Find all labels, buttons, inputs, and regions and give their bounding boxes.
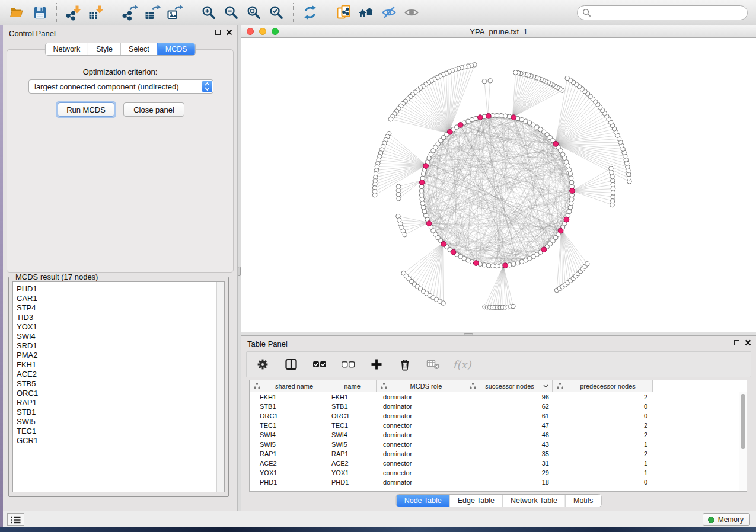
- table-cell[interactable]: PHD1: [250, 477, 328, 487]
- table-cell[interactable]: 2: [553, 392, 653, 402]
- import-network-button[interactable]: [63, 2, 84, 23]
- mcds-result-item[interactable]: STB1: [17, 408, 224, 417]
- new-network-from-file-button[interactable]: [334, 2, 354, 23]
- export-network-button[interactable]: [120, 2, 140, 23]
- table-cell[interactable]: STB1: [328, 402, 377, 411]
- table-cell[interactable]: 0: [553, 411, 653, 421]
- mcds-result-item[interactable]: SWI5: [17, 417, 224, 427]
- table-row[interactable]: STB1STB1dominator620: [250, 402, 747, 411]
- network-canvas[interactable]: [241, 38, 756, 332]
- table-cell[interactable]: SWI5: [250, 440, 328, 449]
- column-header-name[interactable]: name: [328, 380, 377, 392]
- maximize-window-icon[interactable]: [272, 28, 279, 35]
- mcds-result-item[interactable]: TID3: [17, 313, 224, 322]
- table-cell[interactable]: TEC1: [250, 421, 328, 430]
- deselect-all-button[interactable]: [340, 357, 356, 372]
- table-scrollbar-thumb[interactable]: [741, 394, 745, 449]
- mcds-node[interactable]: [564, 217, 569, 222]
- table-cell[interactable]: 0: [553, 477, 653, 487]
- table-cell[interactable]: 46: [465, 430, 553, 440]
- mcds-result-item[interactable]: TEC1: [17, 427, 224, 436]
- tab-style[interactable]: Style: [88, 43, 120, 55]
- mcds-node[interactable]: [426, 221, 432, 226]
- table-cell[interactable]: 29: [465, 468, 553, 477]
- mcds-result-item[interactable]: ORC1: [17, 389, 224, 398]
- table-cell[interactable]: 62: [465, 402, 553, 411]
- table-cell[interactable]: 0: [553, 402, 653, 411]
- tab-motifs[interactable]: Motifs: [565, 495, 601, 507]
- tab-mcds[interactable]: MCDS: [157, 43, 195, 55]
- table-row[interactable]: SWI4SWI4dominator462: [250, 430, 747, 440]
- table-cell[interactable]: YOX1: [328, 468, 377, 477]
- delete-table-button[interactable]: [426, 357, 441, 372]
- function-builder-button[interactable]: f(x): [454, 357, 470, 372]
- panel-layout-button[interactable]: [283, 357, 299, 372]
- mcds-node[interactable]: [477, 115, 483, 120]
- mcds-result-item[interactable]: GCR1: [17, 436, 224, 446]
- table-cell[interactable]: 47: [465, 421, 553, 430]
- table-cell[interactable]: SWI4: [250, 430, 328, 440]
- mcds-node[interactable]: [541, 247, 547, 252]
- table-row[interactable]: RAP1RAP1dominator352: [250, 449, 747, 459]
- table-row[interactable]: ACE2ACE2connector311: [250, 459, 747, 468]
- delete-column-button[interactable]: [397, 357, 413, 372]
- table-cell[interactable]: dominator: [377, 402, 465, 411]
- mcds-result-item[interactable]: STP4: [17, 303, 224, 313]
- mcds-result-item[interactable]: CAR1: [17, 294, 224, 303]
- mcds-result-item[interactable]: FKH1: [17, 360, 224, 370]
- table-cell[interactable]: TEC1: [328, 421, 377, 430]
- run-mcds-button[interactable]: Run MCDS: [58, 102, 114, 117]
- table-cell[interactable]: ORC1: [328, 411, 377, 421]
- mcds-node[interactable]: [451, 249, 456, 255]
- list-scrollbar-track[interactable]: [216, 282, 224, 492]
- close-window-icon[interactable]: [247, 28, 254, 35]
- table-cell[interactable]: 43: [465, 440, 553, 449]
- zoom-out-button[interactable]: [221, 2, 241, 23]
- table-cell[interactable]: RAP1: [328, 449, 377, 459]
- mcds-result-item[interactable]: RAP1: [17, 398, 224, 408]
- table-cell[interactable]: 96: [465, 392, 553, 402]
- mcds-node[interactable]: [473, 261, 479, 266]
- table-cell[interactable]: 2: [553, 421, 653, 430]
- mcds-node[interactable]: [441, 241, 446, 246]
- import-table-button[interactable]: [86, 2, 106, 23]
- mcds-result-item[interactable]: SRD1: [17, 341, 224, 351]
- mcds-node[interactable]: [570, 188, 575, 194]
- table-cell[interactable]: 61: [465, 411, 553, 421]
- table-cell[interactable]: dominator: [377, 449, 465, 459]
- table-row[interactable]: FKH1FKH1dominator962: [250, 392, 747, 402]
- refresh-button[interactable]: [300, 2, 320, 23]
- table-cell[interactable]: dominator: [377, 411, 465, 421]
- close-panel-icon[interactable]: [745, 339, 751, 346]
- select-all-button[interactable]: [312, 357, 327, 372]
- table-cell[interactable]: 31: [465, 459, 553, 468]
- table-cell[interactable]: ACE2: [328, 459, 377, 468]
- table-row[interactable]: ORC1ORC1dominator610: [250, 411, 747, 421]
- export-table-button[interactable]: [142, 2, 162, 23]
- mcds-node[interactable]: [558, 228, 563, 233]
- tab-node-table[interactable]: Node Table: [397, 495, 449, 507]
- table-cell[interactable]: dominator: [377, 477, 465, 487]
- first-neighbors-button[interactable]: [356, 2, 377, 23]
- optimization-criterion-select[interactable]: largest connected component (undirected): [28, 79, 213, 94]
- table-cell[interactable]: 1: [553, 440, 653, 449]
- table-settings-button[interactable]: [255, 357, 270, 372]
- table-scrollbar-track[interactable]: [739, 392, 747, 491]
- table-cell[interactable]: 1: [553, 459, 653, 468]
- mcds-node[interactable]: [486, 113, 491, 118]
- table-row[interactable]: PHD1PHD1dominator180: [250, 477, 747, 487]
- search-input[interactable]: [591, 8, 742, 17]
- tab-select[interactable]: Select: [120, 43, 157, 55]
- mcds-node[interactable]: [423, 164, 429, 169]
- mcds-result-item[interactable]: YOX1: [17, 322, 224, 332]
- zoom-selected-button[interactable]: [266, 2, 286, 23]
- table-cell[interactable]: 18: [465, 477, 553, 487]
- table-cell[interactable]: 2: [553, 449, 653, 459]
- float-panel-icon[interactable]: [734, 340, 739, 345]
- close-panel-icon[interactable]: [226, 29, 232, 36]
- memory-button[interactable]: Memory: [703, 513, 750, 526]
- table-cell[interactable]: STB1: [250, 402, 328, 411]
- mcds-node[interactable]: [511, 115, 516, 120]
- table-cell[interactable]: connector: [377, 440, 465, 449]
- close-panel-button[interactable]: Close panel: [123, 102, 184, 117]
